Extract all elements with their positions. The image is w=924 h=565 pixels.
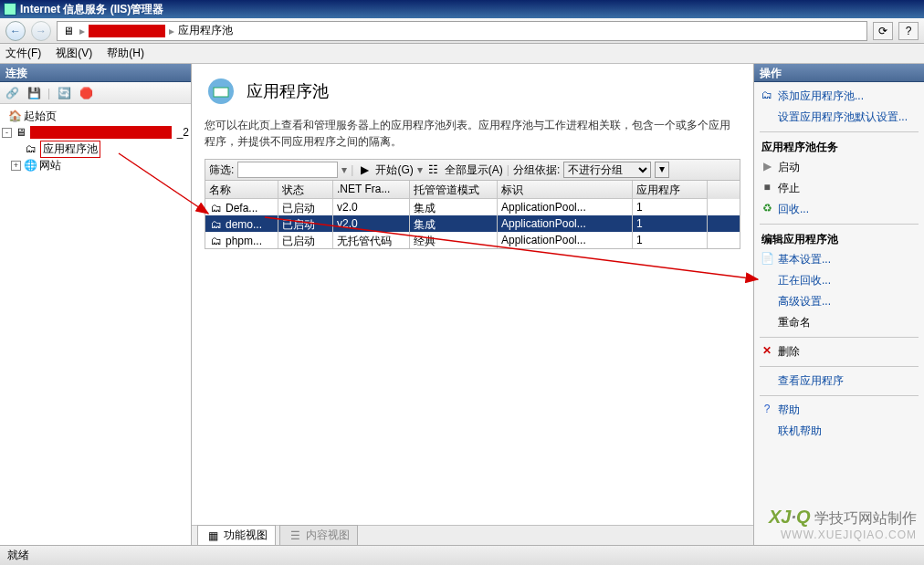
col-net[interactable]: .NET Fra... (333, 181, 410, 199)
cell-mode: 经典 (410, 232, 498, 248)
server-node-icon: 🖥 (14, 125, 28, 140)
save-button[interactable]: 💾 (26, 85, 42, 101)
cell-net: v2.0 (333, 215, 410, 232)
action-help[interactable]: ?帮助 (760, 400, 919, 421)
connections-header: 连接 (0, 64, 191, 82)
action-add-pool[interactable]: 🗂添加应用程序池... (760, 86, 919, 107)
page-description: 您可以在此页上查看和管理服务器上的应用程序池列表。应用程序池与工作进程相关联，包… (205, 117, 740, 150)
action-online-help[interactable]: 联机帮助 (760, 421, 919, 442)
forward-button[interactable]: → (31, 21, 51, 41)
basic-settings-icon: 📄 (760, 251, 774, 266)
cell-ident: ApplicationPool... (498, 215, 633, 232)
stop-icon: ■ (760, 180, 774, 194)
actions-edit-header: 编辑应用程序池 (760, 228, 919, 249)
tree-sites[interactable]: + 🌐 网站 (2, 157, 189, 173)
action-recycling[interactable]: 正在回收... (760, 270, 919, 291)
pool-row-icon: 🗂 (209, 234, 224, 248)
action-delete[interactable]: ✕删除 (760, 341, 919, 362)
cell-name: 🗂demo... (205, 215, 278, 232)
pools-grid[interactable]: 名称 状态 .NET Fra... 托管管道模式 标识 应用程序 🗂Defa..… (205, 181, 740, 249)
groupby-select[interactable]: 不进行分组 (563, 162, 651, 178)
stop-conn-button[interactable]: 🛑 (78, 85, 94, 101)
add-pool-icon: 🗂 (760, 88, 774, 102)
connections-toolbar: 🔗 💾 | 🔄 🛑 (0, 82, 191, 104)
menu-view[interactable]: 视图(V) (56, 46, 92, 61)
actions-tasks-header: 应用程序池任务 (760, 136, 919, 157)
expand-sites-icon[interactable]: + (11, 161, 21, 171)
start-icon: ▶ (760, 159, 774, 173)
cell-mode: 集成 (410, 215, 498, 232)
back-button[interactable]: ← (5, 21, 26, 41)
col-mode[interactable]: 托管管道模式 (410, 181, 498, 199)
filter-bar: 筛选: ▾ | ▶ 开始(G) ▾ ☷ 全部显示(A) | 分组依据: 不进行分… (205, 159, 740, 181)
cell-ident: ApplicationPool... (498, 199, 633, 215)
delete-icon: ✕ (760, 343, 774, 358)
tree-start-page[interactable]: 🏠 起始页 (2, 108, 189, 124)
page-title: 应用程序池 (247, 80, 329, 102)
expand-server-icon[interactable]: - (2, 128, 12, 138)
go-icon[interactable]: ▶ (357, 162, 372, 177)
action-basic-settings[interactable]: 📄基本设置... (760, 249, 919, 270)
tree-app-pools[interactable]: 🗂 应用程序池 (2, 141, 189, 157)
nav-up-button[interactable]: 🔄 (56, 85, 72, 101)
status-text: 就绪 (7, 548, 29, 563)
action-start[interactable]: ▶启动 (760, 157, 919, 178)
cell-mode: 集成 (410, 199, 498, 215)
tree-server-suffix: _2 (177, 126, 189, 139)
action-advanced-settings[interactable]: 高级设置... (760, 291, 919, 312)
refresh-dropdown[interactable]: ⟳ (873, 22, 893, 40)
cell-apps: 1 (633, 215, 708, 232)
start-page-icon: 🏠 (7, 109, 22, 123)
action-view-apps[interactable]: 查看应用程序 (760, 371, 919, 392)
breadcrumb-sep-2: ▸ (169, 25, 174, 37)
filter-label: 筛选: (209, 162, 234, 178)
cell-status: 已启动 (278, 232, 333, 248)
server-icon: 🖥 (61, 24, 76, 38)
tab-content-view[interactable]: ☰ 内容视图 (279, 525, 358, 545)
recycle-icon: ♻ (760, 201, 774, 215)
table-row[interactable]: 🗂phpm...已启动无托管代码经典ApplicationPool...1 (205, 232, 740, 248)
app-icon (4, 3, 16, 16)
status-bar: 就绪 (0, 545, 924, 565)
features-view-icon: ▦ (205, 528, 220, 543)
tree-app-pools-label: 应用程序池 (40, 141, 100, 158)
content-view-icon: ☰ (288, 528, 302, 543)
groupby-extra-dropdown[interactable]: ▾ (655, 162, 669, 178)
go-dropdown-icon[interactable]: ▾ (417, 163, 423, 176)
cell-name: 🗂Defa... (205, 199, 278, 215)
action-rename[interactable]: 重命名 (760, 312, 919, 333)
tree-server-node[interactable]: - 🖥 _2 (2, 124, 189, 141)
col-name[interactable]: 名称 (205, 181, 278, 199)
table-row[interactable]: 🗂Defa...已启动v2.0集成ApplicationPool...1 (205, 199, 740, 215)
help-toolbar-button[interactable]: ? (898, 22, 919, 40)
breadcrumb-current[interactable]: 应用程序池 (178, 23, 233, 38)
connect-button[interactable]: 🔗 (4, 85, 20, 101)
showall-label[interactable]: 全部显示(A) (445, 162, 503, 178)
showall-icon[interactable]: ☷ (426, 162, 441, 177)
action-recycle[interactable]: ♻回收... (760, 199, 919, 220)
window-titlebar: Internet 信息服务 (IIS)管理器 (0, 0, 924, 18)
menu-file[interactable]: 文件(F) (5, 46, 41, 61)
action-set-defaults[interactable]: 设置应用程序池默认设置... (760, 107, 919, 128)
action-stop[interactable]: ■停止 (760, 178, 919, 199)
col-apps[interactable]: 应用程序 (633, 181, 708, 199)
groupby-label: 分组依据: (513, 162, 560, 178)
menu-bar: 文件(F) 视图(V) 帮助(H) (0, 44, 924, 64)
cell-ident: ApplicationPool... (498, 232, 633, 248)
filter-input[interactable] (237, 162, 338, 178)
col-ident[interactable]: 标识 (498, 181, 633, 199)
actions-header: 操作 (754, 64, 924, 82)
help-icon: ? (760, 402, 774, 416)
table-row[interactable]: 🗂demo...已启动v2.0集成ApplicationPool...1 (205, 215, 740, 232)
tree-sites-label: 网站 (39, 158, 61, 173)
tab-features-view[interactable]: ▦ 功能视图 (197, 525, 276, 545)
col-status[interactable]: 状态 (278, 181, 333, 199)
cell-net: v2.0 (333, 199, 410, 215)
menu-help[interactable]: 帮助(H) (107, 46, 144, 61)
address-box[interactable]: 🖥 ▸ ▸ 应用程序池 (57, 21, 867, 41)
go-label[interactable]: 开始(G) (375, 162, 413, 178)
filter-dropdown-icon[interactable]: ▾ (341, 163, 347, 176)
cell-apps: 1 (633, 199, 708, 215)
connections-tree[interactable]: 🏠 起始页 - 🖥 _2 🗂 应用程序池 + 🌐 网站 (0, 104, 191, 545)
actions-list: 🗂添加应用程序池... 设置应用程序池默认设置... 应用程序池任务 ▶启动 ■… (754, 82, 924, 545)
